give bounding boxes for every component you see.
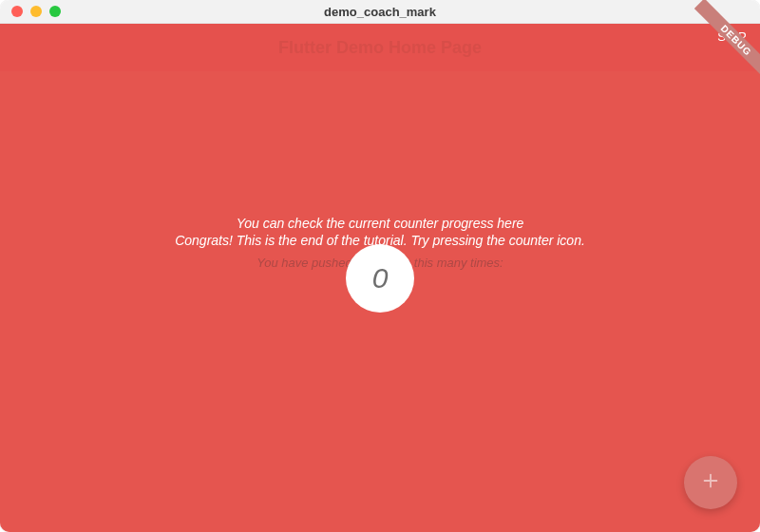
minimize-window-button[interactable]	[30, 6, 42, 17]
traffic-lights	[0, 6, 61, 17]
close-window-button[interactable]	[11, 6, 23, 17]
zoom-window-button[interactable]	[49, 6, 61, 17]
coach-spotlight: 0	[346, 244, 414, 313]
macos-titlebar: demo_coach_mark	[0, 0, 760, 24]
coach-mark-overlay[interactable]: You can check the current counter progre…	[0, 24, 760, 532]
push-count-label: You have pushed the button this many tim…	[0, 256, 760, 270]
plus-icon	[700, 470, 721, 495]
page-title: Flutter Demo Home Page	[278, 38, 482, 58]
app-window: demo_coach_mark Flutter Demo Home Page Y…	[0, 0, 760, 532]
window-title: demo_coach_mark	[0, 5, 760, 19]
coach-text-line-1: You can check the current counter progre…	[0, 214, 760, 233]
coach-text-line-2: Congrats! This is the end of the tutoria…	[0, 231, 760, 250]
increment-fab[interactable]	[684, 456, 737, 509]
counter-value: 0	[372, 262, 389, 294]
app-surface: Flutter Demo Home Page You can check the…	[0, 24, 760, 532]
app-bar: Flutter Demo Home Page	[0, 24, 760, 71]
